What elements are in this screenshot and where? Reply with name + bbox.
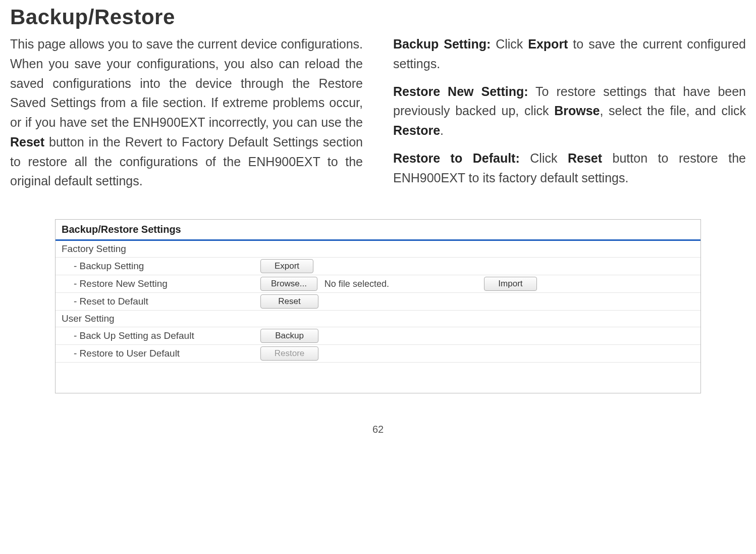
- restore-default-before: Click: [520, 151, 568, 165]
- backup-setting-row: - Backup Setting Export: [56, 258, 700, 275]
- backup-user-row-label: - Back Up Setting as Default: [74, 330, 260, 341]
- restore-new-label: Restore New Setting:: [393, 84, 528, 98]
- page-number: 62: [10, 424, 746, 435]
- restore-new-paragraph: Restore New Setting: To restore settings…: [393, 82, 746, 140]
- backup-button[interactable]: Backup: [260, 329, 318, 343]
- text-columns: This page allows you to save the current…: [10, 34, 746, 199]
- factory-section-label: Factory Setting: [56, 241, 700, 258]
- restore-user-row: - Restore to User Default Restore: [56, 345, 700, 363]
- user-section-label: User Setting: [56, 311, 700, 327]
- restore-user-row-label: - Restore to User Default: [74, 348, 260, 359]
- reset-default-row-label: - Reset to Default: [74, 296, 260, 307]
- backup-setting-paragraph: Backup Setting: Click Export to save the…: [393, 34, 746, 74]
- restore-default-label: Restore to Default:: [393, 151, 520, 165]
- backup-before: Click: [491, 37, 528, 51]
- restore-new-row: - Restore New Setting Browse... No file …: [56, 275, 700, 293]
- intro-paragraph: This page allows you to save the current…: [10, 34, 363, 191]
- intro-text: This page allows you to save the current…: [10, 37, 363, 129]
- panel-footer-space: [56, 363, 700, 393]
- export-button[interactable]: Export: [260, 259, 313, 273]
- restore-default-paragraph: Restore to Default: Click Reset button t…: [393, 148, 746, 188]
- reset-button[interactable]: Reset: [260, 294, 318, 309]
- page-title: Backup/Restore: [10, 5, 746, 29]
- backup-user-row: - Back Up Setting as Default Backup: [56, 327, 700, 345]
- backup-export-bold: Export: [528, 37, 568, 51]
- restore-new-mid: , select the file, and click: [600, 104, 746, 118]
- intro-reset-bold: Reset: [10, 135, 44, 149]
- settings-panel-wrap: Backup/Restore Settings Factory Setting …: [10, 219, 746, 393]
- intro-after: button in the Revert to Factory Default …: [10, 135, 363, 188]
- left-column: This page allows you to save the current…: [10, 34, 363, 199]
- restore-new-browse-bold: Browse: [554, 104, 600, 118]
- backup-setting-label: Backup Setting:: [393, 37, 491, 51]
- right-column: Backup Setting: Click Export to save the…: [393, 34, 746, 199]
- restore-default-reset-bold: Reset: [568, 151, 602, 165]
- import-button[interactable]: Import: [484, 277, 537, 291]
- backup-setting-row-label: - Backup Setting: [74, 261, 260, 272]
- browse-button[interactable]: Browse...: [260, 277, 317, 291]
- restore-new-restore-bold: Restore: [393, 123, 440, 137]
- settings-panel: Backup/Restore Settings Factory Setting …: [55, 219, 701, 393]
- restore-new-after: .: [440, 123, 444, 137]
- restore-new-row-label: - Restore New Setting: [74, 278, 260, 289]
- file-selected-text: No file selected.: [325, 279, 389, 289]
- restore-button[interactable]: Restore: [260, 346, 318, 361]
- reset-default-row: - Reset to Default Reset: [56, 293, 700, 311]
- panel-header: Backup/Restore Settings: [56, 220, 700, 241]
